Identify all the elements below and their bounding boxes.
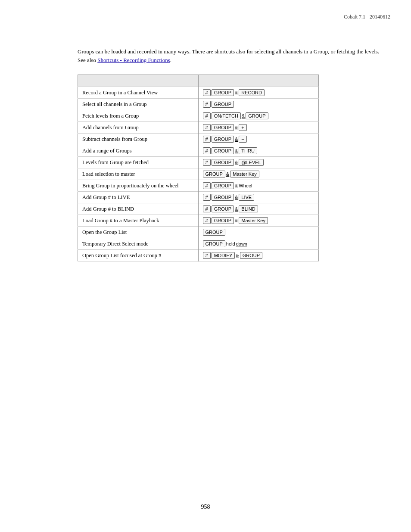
keyboard-key: # bbox=[203, 217, 211, 224]
ampersand: & bbox=[235, 160, 238, 165]
page-header: Cobalt 7.1 - 20140612 bbox=[344, 14, 390, 20]
page-number: 958 bbox=[201, 504, 210, 510]
keyboard-key: GROUP bbox=[212, 182, 234, 189]
table-row: Add channels from Group#GROUP&+ bbox=[78, 122, 319, 134]
keys-cell: #MODIFY&GROUP bbox=[198, 250, 319, 261]
header-cell-keys bbox=[198, 75, 319, 87]
action-cell: Load Group # to a Master Playback bbox=[78, 215, 199, 227]
keyboard-key: GROUP bbox=[240, 252, 262, 259]
keyboard-key: GROUP bbox=[203, 171, 225, 177]
action-cell: Open the Group List bbox=[78, 227, 199, 238]
keys-cell: #GROUP&LIVE bbox=[198, 192, 319, 203]
plain-key-text: Wheel bbox=[239, 183, 252, 188]
action-cell: Record a Group in a Channel View bbox=[78, 87, 199, 99]
keys-cell: #GROUP&Master Key bbox=[198, 215, 319, 227]
table-header-row bbox=[78, 75, 319, 87]
keys-cell: GROUPhelddown bbox=[198, 238, 319, 250]
table-row: Open Group List focused at Group ##MODIF… bbox=[78, 250, 319, 261]
ampersand: & bbox=[235, 137, 238, 142]
keyboard-key: BLIND bbox=[239, 205, 258, 212]
action-cell: Select all channels in a Group bbox=[78, 99, 199, 110]
ampersand: & bbox=[235, 90, 238, 95]
keyboard-key: # bbox=[203, 112, 211, 119]
keyboard-key: GROUP bbox=[212, 89, 234, 96]
keyboard-key: GROUP bbox=[212, 194, 234, 201]
action-cell: Add Group # to LIVE bbox=[78, 192, 199, 203]
keyboard-key: @LEVEL bbox=[239, 159, 263, 166]
table-row: Fetch levels from a Group#ON/FETCH&GROUP bbox=[78, 110, 319, 122]
action-cell: Subtract channels from Group bbox=[78, 134, 199, 145]
table-row: Add Group # to LIVE#GROUP&LIVE bbox=[78, 192, 319, 203]
table-row: Subtract channels from Group#GROUP&− bbox=[78, 134, 319, 145]
action-cell: Temporary Direct Select mode bbox=[78, 238, 199, 250]
keyboard-key: GROUP bbox=[212, 136, 234, 143]
keys-cell: GROUP bbox=[198, 227, 319, 238]
ampersand: & bbox=[236, 253, 239, 258]
ampersand: & bbox=[235, 183, 238, 188]
keyboard-key: # bbox=[203, 252, 211, 259]
keys-cell: #GROUP bbox=[198, 99, 319, 110]
keyboard-key: GROUP bbox=[203, 229, 225, 236]
keyboard-key: Master Key bbox=[230, 171, 259, 177]
ampersand: & bbox=[235, 206, 238, 212]
keyboard-key: − bbox=[239, 136, 246, 143]
keyboard-key: GROUP bbox=[212, 101, 234, 108]
action-cell: Add Group # to BLIND bbox=[78, 203, 199, 215]
table-row: Select all channels in a Group#GROUP bbox=[78, 99, 319, 110]
table-row: Open the Group ListGROUP bbox=[78, 227, 319, 238]
keys-cell: #GROUP&RECORD bbox=[198, 87, 319, 99]
keyboard-key: THRU bbox=[239, 147, 257, 154]
keyboard-key: GROUP bbox=[203, 240, 225, 247]
keyboard-key: # bbox=[203, 159, 211, 166]
keyboard-key: RECORD bbox=[239, 89, 265, 96]
keyboard-key: LIVE bbox=[239, 194, 254, 201]
table-row: Levels from Group are fetched#GROUP&@LEV… bbox=[78, 157, 319, 168]
ampersand: & bbox=[242, 113, 245, 118]
table-row: Add Group # to BLIND#GROUP&BLIND bbox=[78, 203, 319, 215]
keyboard-key: # bbox=[203, 205, 211, 212]
action-cell: Fetch levels from a Group bbox=[78, 110, 199, 122]
underline-key-text: down bbox=[236, 241, 247, 246]
keyboard-key: GROUP bbox=[212, 159, 234, 166]
keyboard-key: # bbox=[203, 194, 211, 201]
keyboard-key: # bbox=[203, 101, 211, 108]
keys-cell: #GROUP&THRU bbox=[198, 145, 319, 157]
ampersand: & bbox=[226, 171, 229, 177]
table-row: Temporary Direct Select modeGROUPhelddow… bbox=[78, 238, 319, 250]
keyboard-key: + bbox=[239, 124, 246, 131]
action-cell: Open Group List focused at Group # bbox=[78, 250, 199, 261]
ampersand: & bbox=[235, 125, 238, 130]
ampersand: & bbox=[235, 148, 238, 153]
shortcut-table: Record a Group in a Channel View#GROUP&R… bbox=[78, 75, 319, 261]
keyboard-key: MODIFY bbox=[212, 252, 235, 259]
action-cell: Levels from Group are fetched bbox=[78, 157, 199, 168]
keyboard-key: ON/FETCH bbox=[212, 112, 241, 119]
keyboard-key: GROUP bbox=[212, 217, 234, 224]
keys-cell: #GROUP&+ bbox=[198, 122, 319, 134]
action-cell: Add channels from Group bbox=[78, 122, 199, 134]
keys-cell: #GROUP&− bbox=[198, 134, 319, 145]
plain-key-text: held bbox=[226, 241, 235, 246]
page-content: Groups can be loaded and recorded in man… bbox=[78, 47, 385, 261]
table-row: Load Group # to a Master Playback#GROUP&… bbox=[78, 215, 319, 227]
intro-paragraph: Groups can be loaded and recorded in man… bbox=[78, 47, 385, 64]
keyboard-key: GROUP bbox=[212, 147, 234, 154]
table-row: Record a Group in a Channel View#GROUP&R… bbox=[78, 87, 319, 99]
recording-functions-link[interactable]: Shortcuts - Recording Functions bbox=[97, 57, 170, 63]
table-row: Load selection to masterGROUP&Master Key bbox=[78, 168, 319, 180]
keys-cell: #ON/FETCH&GROUP bbox=[198, 110, 319, 122]
keyboard-key: # bbox=[203, 182, 211, 189]
keys-cell: GROUP&Master Key bbox=[198, 168, 319, 180]
keyboard-key: # bbox=[203, 147, 211, 154]
keyboard-key: # bbox=[203, 136, 211, 143]
keyboard-key: Master Key bbox=[239, 217, 268, 224]
keyboard-key: GROUP bbox=[246, 112, 268, 119]
table-row: Add a range of Groups#GROUP&THRU bbox=[78, 145, 319, 157]
keyboard-key: # bbox=[203, 124, 211, 131]
action-cell: Load selection to master bbox=[78, 168, 199, 180]
keys-cell: #GROUP&Wheel bbox=[198, 180, 319, 192]
header-cell-action bbox=[78, 75, 199, 87]
table-row: Bring Group in proportionately on the wh… bbox=[78, 180, 319, 192]
keyboard-key: # bbox=[203, 89, 211, 96]
keyboard-key: GROUP bbox=[212, 124, 234, 131]
